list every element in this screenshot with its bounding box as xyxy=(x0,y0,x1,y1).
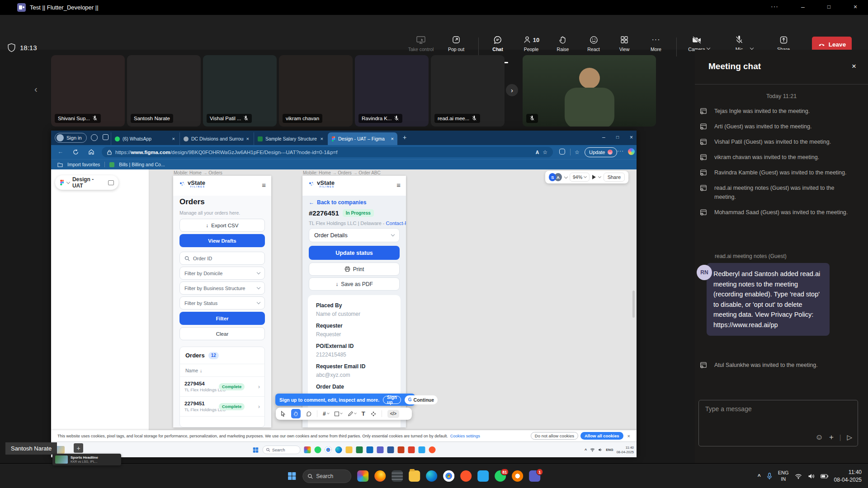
order-details-dropdown[interactable]: Order Details xyxy=(309,228,400,242)
contact-person-link[interactable]: Contact-Person xyxy=(386,221,406,226)
view-button[interactable]: View xyxy=(609,35,639,52)
browser-tab[interactable]: DC Divisions and Surroundings × xyxy=(179,132,253,145)
tray-wifi-icon[interactable] xyxy=(590,448,595,452)
file-explorer-icon[interactable] xyxy=(409,470,420,482)
tab-actions-icon[interactable] xyxy=(103,134,108,140)
browser-tab[interactable]: (6) WhatsApp × xyxy=(111,132,179,145)
browser-close-button[interactable]: × xyxy=(630,134,633,141)
whatsapp-icon[interactable] xyxy=(314,446,321,453)
tray-chevron-icon[interactable]: ^ xyxy=(758,473,761,479)
update-button[interactable]: Update xyxy=(585,147,617,157)
outlook-icon[interactable] xyxy=(366,446,373,453)
bookmark-link[interactable]: Bills | Billing and Co... xyxy=(119,162,165,167)
clear-button[interactable]: Clear xyxy=(179,327,265,340)
brave-icon[interactable] xyxy=(429,446,435,453)
hamburger-menu-icon[interactable]: ≡ xyxy=(396,181,401,189)
vscode-icon[interactable] xyxy=(477,470,489,482)
browser-tab-active[interactable]: Design - UAT – Figma × xyxy=(328,132,397,145)
acrobat-icon[interactable] xyxy=(408,446,415,453)
tray-volume-icon[interactable] xyxy=(598,448,603,452)
video-tile[interactable]: VP Vishal Patil ... xyxy=(203,55,277,127)
chat-button[interactable]: Chat xyxy=(483,35,513,52)
orders-column-header[interactable]: Name↓ xyxy=(180,364,264,377)
new-tab-button[interactable]: + xyxy=(403,134,406,141)
filter-business-structure-select[interactable]: Filter by Business Structure xyxy=(179,282,265,295)
tray-clock[interactable]: 11:4008-04-2025 xyxy=(617,446,634,455)
browser-minimize-button[interactable]: – xyxy=(602,134,605,141)
edge-icon[interactable] xyxy=(426,470,437,482)
filter-button[interactable]: Filter xyxy=(179,312,265,325)
start-icon[interactable] xyxy=(252,447,259,453)
titlebar-more-icon[interactable]: ··· xyxy=(771,3,778,10)
more-button[interactable]: ··· More xyxy=(641,35,671,52)
cookie-close-icon[interactable]: × xyxy=(627,433,630,439)
signup-button[interactable]: Sign up xyxy=(383,396,401,404)
back-to-companies-link[interactable]: ←Back to companies xyxy=(309,199,366,206)
frame-label[interactable]: Mobile: Home → Orders → Order ABC xyxy=(303,170,381,175)
figma-share-button[interactable]: Share xyxy=(604,173,625,182)
tray-volume-icon[interactable] xyxy=(808,474,815,479)
cookie-settings-link[interactable]: Cookies settings xyxy=(450,434,480,438)
edge-icon[interactable] xyxy=(335,446,342,453)
whatsapp-icon[interactable]: 81 xyxy=(495,470,506,482)
save-as-pdf-button[interactable]: ↓Save as PDF xyxy=(309,277,400,291)
tab-close-icon[interactable]: × xyxy=(172,136,175,141)
chrome-icon[interactable] xyxy=(443,470,454,482)
browser-essentials-icon[interactable] xyxy=(559,149,565,155)
update-status-button[interactable]: Update status xyxy=(309,246,400,260)
tray-wifi-icon[interactable] xyxy=(795,474,802,479)
tiles-scroll-right-button[interactable]: › xyxy=(506,84,518,96)
video-tile[interactable]: vikram chavan xyxy=(279,55,353,127)
start-button[interactable] xyxy=(287,471,297,481)
notepad-icon[interactable] xyxy=(392,470,403,482)
back-icon[interactable]: ← xyxy=(57,148,63,155)
firefox-icon[interactable] xyxy=(374,470,386,482)
canvas-scrollbar[interactable] xyxy=(632,291,635,318)
copilot-icon[interactable] xyxy=(628,148,635,155)
taskbar-search-box[interactable]: Search xyxy=(302,469,351,483)
video-tile[interactable]: RN read.ai mee... xyxy=(431,55,505,127)
favorites-bar-icon[interactable]: ☆ xyxy=(575,149,580,155)
favorite-star-icon[interactable]: ☆ xyxy=(542,149,547,155)
browser-icon[interactable] xyxy=(512,470,523,482)
close-button[interactable]: × xyxy=(854,3,857,10)
move-tool-icon[interactable] xyxy=(280,411,286,417)
workspaces-icon[interactable] xyxy=(91,134,98,141)
brave-icon[interactable] xyxy=(460,470,472,482)
powerpoint-icon[interactable] xyxy=(397,446,404,453)
photos-icon[interactable] xyxy=(357,470,368,482)
shared-search-box[interactable]: Search xyxy=(262,446,300,454)
order-row[interactable]: 2279451TL Flex Holdings LLC Complete › xyxy=(180,397,264,417)
vscode-icon[interactable] xyxy=(418,446,425,453)
chat-message-input[interactable]: Type a message ☺ + | ▷ xyxy=(698,400,858,446)
tray-language[interactable]: ENG xyxy=(606,448,613,452)
comment-tool-icon[interactable] xyxy=(306,411,311,417)
order-id-search-input[interactable]: Order ID xyxy=(179,252,265,265)
tray-clock[interactable]: 11:4008-04-2025 xyxy=(834,469,862,484)
import-favorites-link[interactable]: Import favorites xyxy=(67,162,100,167)
browser-maximize-button[interactable]: □ xyxy=(616,135,619,140)
video-tile[interactable]: SS Shivani Sup... xyxy=(51,55,125,127)
tray-language[interactable]: ENGIN xyxy=(778,470,789,483)
print-button[interactable]: Print xyxy=(309,263,400,276)
url-bar[interactable]: https://www.figma.com/design/9BKQ0FOHRWa… xyxy=(102,147,553,157)
teams-icon[interactable]: 1 xyxy=(529,470,540,482)
figma-doc-toolbar[interactable]: Design - UAT xyxy=(55,175,118,190)
frame-tool-icon[interactable]: # xyxy=(323,411,329,417)
browser-menu-icon[interactable]: ··· xyxy=(617,148,624,154)
tray-battery-icon[interactable] xyxy=(821,474,828,479)
resources-tool-icon[interactable] xyxy=(371,411,376,417)
pop-out-button[interactable]: Pop out xyxy=(441,35,471,52)
view-drafts-button[interactable]: View Drafts xyxy=(179,234,265,247)
people-button[interactable]: 10 People xyxy=(514,35,548,52)
maximize-button[interactable]: □ xyxy=(827,4,830,10)
excel-icon[interactable] xyxy=(356,446,363,453)
order-row[interactable]: 2279454TL Flex Holdings LLC Complete › xyxy=(180,377,264,397)
browser-signin-button[interactable]: Sign in xyxy=(55,133,87,143)
export-csv-button[interactable]: ↓Export CSV xyxy=(179,219,265,232)
tab-close-icon[interactable]: × xyxy=(246,136,249,141)
react-button[interactable]: React xyxy=(579,35,609,52)
word-icon[interactable] xyxy=(387,446,394,453)
filter-domicile-select[interactable]: Filter by Domicile xyxy=(179,267,265,280)
photos-icon[interactable] xyxy=(304,446,311,453)
